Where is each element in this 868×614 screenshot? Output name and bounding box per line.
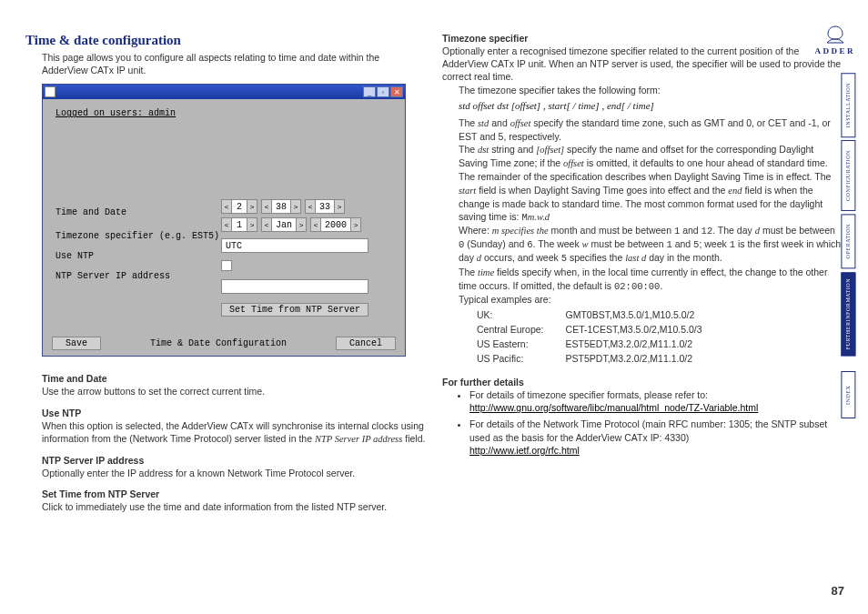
p-time-date: Use the arrow buttons to set the correct… (42, 385, 426, 398)
use-ntp-checkbox[interactable] (221, 260, 232, 271)
page-number: 87 (832, 584, 844, 598)
hour-stepper[interactable]: <2> (221, 199, 257, 214)
p-tz-intro: Optionally enter a recognised timezone s… (442, 45, 843, 84)
p-where: Where: m specifies the month and must be… (459, 224, 843, 266)
tab-configuration[interactable]: configuration (841, 140, 855, 211)
tz-field[interactable]: UTC (221, 238, 368, 253)
p-std-offset: The std and offset specify the standard … (459, 116, 843, 143)
cancel-button[interactable]: Cancel (336, 337, 396, 350)
intro-text: This page allows you to configure all as… (42, 51, 426, 76)
table-row: UK:GMT0BST,M3.5.0/1,M10.5.0/2 (477, 309, 722, 322)
tab-index[interactable]: index (841, 371, 855, 418)
link-ietf-rfc[interactable]: http://www.ietf.org/rfc.html (469, 445, 580, 456)
p-ntp-ip: Optionally enter the IP address for a kn… (42, 467, 426, 479)
tab-further-information[interactable]: furtherinformation (841, 272, 855, 356)
h-use-ntp: Use NTP (42, 408, 426, 418)
list-item: For details of the Network Time Protocol… (469, 418, 843, 457)
tab-operation[interactable]: operation (841, 214, 855, 268)
minute-stepper[interactable]: <38> (261, 199, 301, 214)
list-item: For details of timezone specifier format… (469, 388, 843, 414)
p-tz-form: The timezone specifier takes the followi… (459, 84, 843, 96)
h-ntp-ip: NTP Server IP address (42, 455, 426, 466)
tz-syntax: std offset dst [offset] , start[ / time]… (459, 100, 843, 111)
window-footer-title: Time & Date Configuration (150, 338, 287, 348)
p-use-ntp: When this option is selected, the AdderV… (42, 419, 426, 446)
logged-on-users: Logged on users: admin (56, 108, 176, 118)
p-set-ntp: Click to immediately use the time and da… (42, 500, 426, 513)
h-set-ntp: Set Time from NTP Server (42, 488, 426, 499)
label-tz: Timezone specifier (e.g. EST5) (56, 226, 219, 247)
adder-logo: ADDER (814, 25, 855, 55)
label-ntp-ip: NTP Server IP address (56, 267, 219, 287)
p-time-fields: The time fields specify when, in the loc… (459, 266, 843, 293)
minimize-icon[interactable]: _ (363, 86, 376, 97)
link-tz-variable[interactable]: http://www.gnu.org/software/libc/manual/… (469, 402, 758, 413)
month-stepper[interactable]: <Jan> (261, 217, 307, 232)
close-icon[interactable]: ✕ (390, 86, 403, 97)
label-use-ntp: Use NTP (56, 247, 219, 267)
nav-tabs: installation configuration operation fur… (841, 73, 855, 418)
day-stepper[interactable]: <1> (221, 217, 257, 232)
ntp-ip-field[interactable] (221, 279, 368, 294)
p-remainder: The remainder of the specification descr… (459, 170, 843, 224)
examples-table: UK:GMT0BST,M3.5.0/1,M10.5.0/2 Central Eu… (475, 307, 724, 367)
label-time-date: Time and Date (56, 203, 219, 223)
set-time-ntp-button[interactable]: Set Time from NTP Server (221, 303, 368, 317)
p-examples-label: Typical examples are: (459, 293, 843, 306)
table-row: US Eastern:EST5EDT,M3.2.0/2,M11.1.0/2 (477, 338, 722, 351)
config-screenshot: _ ▫ ✕ Logged on users: admin Time and Da… (42, 84, 406, 357)
h-tz-specifier: Timezone specifier (442, 33, 843, 44)
window-icon (45, 86, 56, 97)
p-dst: The dst string and [offset] specify the … (459, 143, 843, 170)
table-row: Central Europe:CET-1CEST,M3.5.0/2,M10.5.… (477, 324, 722, 337)
page-heading: Time & date configuration (25, 33, 426, 48)
h-time-date: Time and Date (42, 373, 426, 384)
table-row: US Pacific:PST5PDT,M3.2.0/2,M11.1.0/2 (477, 353, 722, 366)
maximize-icon[interactable]: ▫ (377, 86, 389, 97)
year-stepper[interactable]: <2000> (310, 217, 361, 232)
tab-installation[interactable]: installation (841, 73, 855, 137)
save-button[interactable]: Save (52, 337, 101, 350)
second-stepper[interactable]: <33> (305, 199, 345, 214)
h-further-details: For further details (442, 377, 843, 388)
